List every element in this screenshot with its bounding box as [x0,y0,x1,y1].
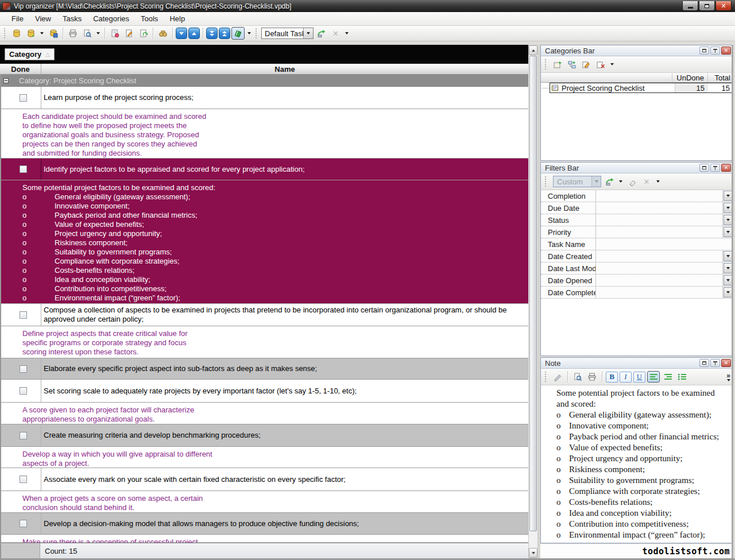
task-row[interactable]: Learn purpose of the project scoring pro… [1,87,528,109]
column-header-done[interactable]: Done [0,64,41,74]
move-up-button[interactable] [188,28,200,39]
filter-value[interactable] [596,275,722,286]
filter-row-status[interactable]: Status [541,214,733,226]
filters-pin-button[interactable] [710,164,720,172]
task-checkbox[interactable] [20,387,27,395]
menu-item-categories[interactable]: Categories [87,13,135,25]
group-by-category-chip[interactable]: Category △ [5,48,55,60]
task-type-combobox[interactable]: Default Task [261,28,314,39]
close-button[interactable]: ✕ [715,1,732,11]
note-row[interactable]: Make sure there is a conception of succe… [1,535,528,543]
collapse-icon[interactable] [3,78,9,83]
edit-category-button[interactable] [580,59,593,70]
clear-template-button[interactable]: ✕ [329,27,342,40]
apply-template-button[interactable] [315,27,328,40]
task-row[interactable]: Elaborate every specific project aspect … [1,358,528,380]
filter-row-date-last-modifie[interactable]: Date Last Modifie [541,262,733,275]
apply-filter-button[interactable] [603,176,616,187]
print-dropdown[interactable] [96,32,100,34]
delete-filter-button[interactable]: ✕ [640,176,653,187]
align-left-button[interactable] [647,371,660,383]
filter-row-priority[interactable]: Priority [541,226,733,238]
title-bar[interactable]: Vip organizer [M:\Vlad\Checklists\Projec… [0,0,735,12]
task-checkbox[interactable] [20,94,27,102]
new-database-button[interactable] [10,27,23,40]
edit-task-button[interactable] [122,27,136,40]
category-list-row[interactable]: Project Scoring Checklist 15 15 [541,83,733,93]
note-row[interactable]: Develop a way in which you will give app… [1,447,528,468]
categories-restore-button[interactable] [699,47,709,55]
notes-dropdown[interactable] [247,32,251,34]
apply-note-button[interactable] [551,371,564,383]
note-preview-button[interactable] [571,371,584,383]
note-pin-button[interactable] [710,359,720,367]
apply-filter-dropdown[interactable] [619,180,622,183]
task-row[interactable]: Create measuring criteria and develop be… [1,424,528,447]
delete-task-button[interactable] [137,27,150,40]
scrollbar-thumb[interactable] [529,56,537,531]
filter-value[interactable] [596,250,722,262]
underline-button[interactable]: U [633,372,645,383]
task-checkbox[interactable] [20,520,27,527]
categories-pin-button[interactable] [710,47,720,55]
filters-toolbar-dropdown[interactable] [656,180,660,183]
menu-item-tasks[interactable]: Tasks [57,13,87,25]
note-row[interactable]: A score given to each project factor wil… [1,403,528,424]
menu-item-tools[interactable]: Tools [135,13,164,25]
find-button[interactable] [156,27,169,40]
filter-value[interactable] [596,226,722,238]
filter-value[interactable] [596,190,722,202]
categories-toolbar-dropdown[interactable] [610,63,614,65]
task-checkbox[interactable] [20,476,27,483]
note-restore-button[interactable] [699,359,709,367]
category-group-row[interactable]: Category: Project Scoring Checklist [0,75,528,87]
show-notes-toggle[interactable] [231,27,245,40]
task-row[interactable]: Identify project factors to be appraised… [1,159,528,180]
scroll-up-button[interactable] [529,45,537,55]
task-row[interactable]: Develop a decision-making model that all… [1,513,528,535]
filter-value[interactable] [596,238,733,250]
print-button[interactable] [66,27,79,40]
column-header-undone[interactable]: UnDone [672,74,707,82]
filter-value[interactable] [596,262,722,274]
new-task-button[interactable] [108,27,121,40]
note-print-button[interactable] [586,371,598,383]
move-down-button[interactable] [176,28,187,39]
filter-value[interactable] [596,214,722,226]
italic-button[interactable]: I [620,372,632,383]
task-checkbox[interactable] [20,165,27,173]
filters-bar-header[interactable]: Filters Bar ✕ [541,163,733,173]
save-database-button[interactable] [47,27,60,40]
print-preview-button[interactable] [80,27,94,40]
note-close-button[interactable]: ✕ [721,359,731,367]
menu-item-file[interactable]: File [6,13,29,25]
task-row[interactable]: Associate every mark on your scale with … [1,468,528,491]
add-subcategory-button[interactable] [566,59,578,70]
filter-row-date-completed[interactable]: Date Completed [541,287,733,299]
bold-button[interactable]: B [606,372,618,383]
task-checkbox[interactable] [20,365,27,373]
move-top-button[interactable] [219,28,230,39]
task-checkbox[interactable] [20,311,27,319]
minimize-button[interactable] [682,1,698,11]
note-row[interactable]: Define project aspects that create criti… [1,326,528,358]
menu-item-view[interactable]: View [29,13,57,25]
filters-restore-button[interactable] [699,164,709,172]
note-panel-header[interactable]: Note ✕ [541,358,733,369]
note-editor[interactable]: Some potential project factors to be exa… [541,385,733,543]
filter-row-due-date[interactable]: Due Date [541,202,733,214]
task-row[interactable]: Set scoring scale to adequately rate pro… [1,380,528,403]
bullet-list-button[interactable] [676,371,688,383]
restore-button[interactable] [699,1,715,11]
align-right-button[interactable] [662,371,674,383]
menu-item-help[interactable]: Help [164,13,191,25]
clear-filter-button[interactable] [626,176,639,187]
column-header-name[interactable]: Name [41,64,528,74]
task-type-dropdown-button[interactable] [303,28,313,38]
filter-row-completion[interactable]: Completion [541,190,733,202]
filter-row-date-opened[interactable]: Date Opened [541,275,733,287]
note-row[interactable]: Each candidate project should be examine… [1,109,528,159]
grid-vertical-scrollbar[interactable] [528,45,538,558]
move-bottom-button[interactable] [206,28,218,39]
filter-row-task-name[interactable]: Task Name [541,238,733,250]
